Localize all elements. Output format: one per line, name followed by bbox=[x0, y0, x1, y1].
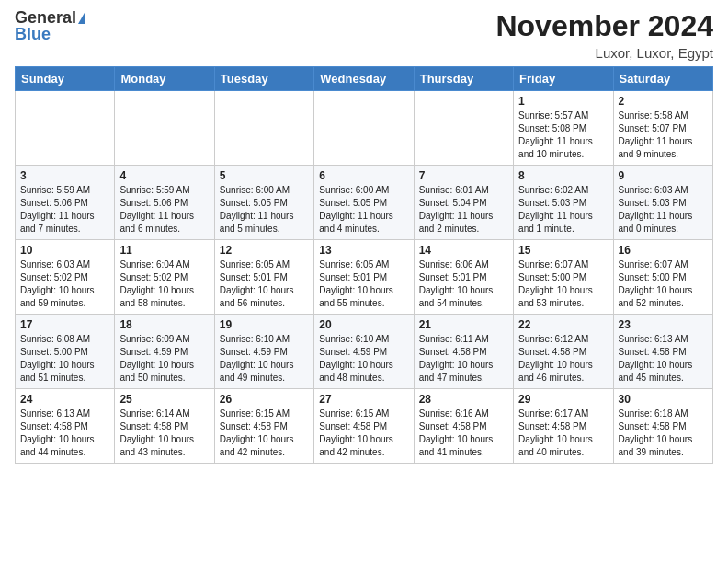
day-info: Sunrise: 6:03 AMSunset: 5:02 PMDaylight:… bbox=[20, 259, 109, 310]
day-info: Sunrise: 6:15 AMSunset: 4:58 PMDaylight:… bbox=[220, 408, 309, 459]
day-number: 8 bbox=[518, 169, 608, 182]
day-info: Sunrise: 6:07 AMSunset: 5:00 PMDaylight:… bbox=[619, 259, 708, 310]
day-info: Sunrise: 6:15 AMSunset: 4:58 PMDaylight:… bbox=[319, 408, 408, 459]
day-info: Sunrise: 6:08 AMSunset: 5:00 PMDaylight:… bbox=[20, 333, 109, 385]
calendar-cell bbox=[214, 91, 313, 166]
title-block: November 2024 Luxor, Luxor, Egypt bbox=[495, 9, 713, 61]
calendar-cell: 7Sunrise: 6:01 AMSunset: 5:04 PMDaylight… bbox=[414, 166, 513, 240]
day-info: Sunrise: 6:03 AMSunset: 5:03 PMDaylight:… bbox=[619, 184, 708, 236]
calendar-cell: 25Sunrise: 6:14 AMSunset: 4:58 PMDayligh… bbox=[115, 389, 214, 464]
calendar-cell bbox=[16, 91, 115, 166]
day-number: 18 bbox=[119, 318, 209, 331]
day-number: 9 bbox=[619, 169, 708, 182]
weekday-header-saturday: Saturday bbox=[613, 67, 712, 91]
calendar-week-row: 17Sunrise: 6:08 AMSunset: 5:00 PMDayligh… bbox=[16, 315, 713, 389]
day-info: Sunrise: 5:57 AMSunset: 5:08 PMDaylight:… bbox=[518, 109, 608, 161]
calendar-cell: 17Sunrise: 6:08 AMSunset: 5:00 PMDayligh… bbox=[16, 315, 115, 389]
day-info: Sunrise: 6:10 AMSunset: 4:59 PMDaylight:… bbox=[220, 333, 309, 385]
day-number: 12 bbox=[220, 244, 309, 257]
day-number: 27 bbox=[319, 393, 408, 406]
day-number: 6 bbox=[319, 169, 408, 182]
day-info: Sunrise: 6:05 AMSunset: 5:01 PMDaylight:… bbox=[220, 259, 309, 310]
calendar-cell: 10Sunrise: 6:03 AMSunset: 5:02 PMDayligh… bbox=[16, 240, 115, 315]
day-info: Sunrise: 6:01 AMSunset: 5:04 PMDaylight:… bbox=[419, 184, 508, 236]
day-number: 13 bbox=[319, 244, 408, 257]
day-info: Sunrise: 6:07 AMSunset: 5:00 PMDaylight:… bbox=[518, 259, 608, 310]
calendar-location: Luxor, Luxor, Egypt bbox=[495, 45, 713, 61]
calendar-cell: 16Sunrise: 6:07 AMSunset: 5:00 PMDayligh… bbox=[613, 240, 712, 315]
calendar-week-row: 3Sunrise: 5:59 AMSunset: 5:06 PMDaylight… bbox=[16, 166, 713, 240]
day-number: 19 bbox=[220, 318, 309, 331]
day-number: 4 bbox=[119, 169, 209, 182]
calendar-cell: 22Sunrise: 6:12 AMSunset: 4:58 PMDayligh… bbox=[514, 315, 613, 389]
calendar-cell: 27Sunrise: 6:15 AMSunset: 4:58 PMDayligh… bbox=[314, 389, 414, 464]
day-info: Sunrise: 5:59 AMSunset: 5:06 PMDaylight:… bbox=[20, 184, 109, 236]
calendar-cell: 3Sunrise: 5:59 AMSunset: 5:06 PMDaylight… bbox=[16, 166, 115, 240]
calendar-cell: 13Sunrise: 6:05 AMSunset: 5:01 PMDayligh… bbox=[314, 240, 414, 315]
calendar-cell: 21Sunrise: 6:11 AMSunset: 4:58 PMDayligh… bbox=[414, 315, 513, 389]
day-info: Sunrise: 6:17 AMSunset: 4:58 PMDaylight:… bbox=[518, 408, 608, 459]
page: General Blue November 2024 Luxor, Luxor,… bbox=[0, 0, 728, 473]
day-info: Sunrise: 6:00 AMSunset: 5:05 PMDaylight:… bbox=[319, 184, 408, 236]
logo-general-line: General bbox=[15, 9, 85, 26]
calendar-cell bbox=[115, 91, 214, 166]
day-info: Sunrise: 6:16 AMSunset: 4:58 PMDaylight:… bbox=[419, 408, 508, 459]
day-number: 7 bbox=[419, 169, 508, 182]
day-number: 14 bbox=[419, 244, 508, 257]
calendar-cell: 23Sunrise: 6:13 AMSunset: 4:58 PMDayligh… bbox=[613, 315, 712, 389]
day-info: Sunrise: 6:10 AMSunset: 4:59 PMDaylight:… bbox=[319, 333, 408, 385]
logo-triangle-icon bbox=[78, 11, 85, 24]
day-number: 1 bbox=[518, 95, 608, 108]
day-number: 23 bbox=[619, 318, 708, 331]
weekday-header-monday: Monday bbox=[115, 67, 214, 91]
calendar-week-row: 1Sunrise: 5:57 AMSunset: 5:08 PMDaylight… bbox=[16, 91, 713, 166]
calendar-cell bbox=[414, 91, 513, 166]
day-number: 21 bbox=[419, 318, 508, 331]
day-info: Sunrise: 6:14 AMSunset: 4:58 PMDaylight:… bbox=[119, 408, 209, 459]
calendar-week-row: 10Sunrise: 6:03 AMSunset: 5:02 PMDayligh… bbox=[16, 240, 713, 315]
calendar-table: SundayMondayTuesdayWednesdayThursdayFrid… bbox=[15, 66, 713, 464]
weekday-header-tuesday: Tuesday bbox=[214, 67, 313, 91]
logo-blue-line: Blue bbox=[15, 26, 51, 42]
calendar-cell: 26Sunrise: 6:15 AMSunset: 4:58 PMDayligh… bbox=[214, 389, 313, 464]
day-info: Sunrise: 6:13 AMSunset: 4:58 PMDaylight:… bbox=[619, 333, 708, 385]
calendar-cell: 18Sunrise: 6:09 AMSunset: 4:59 PMDayligh… bbox=[115, 315, 214, 389]
calendar-cell: 5Sunrise: 6:00 AMSunset: 5:05 PMDaylight… bbox=[214, 166, 313, 240]
day-number: 28 bbox=[419, 393, 508, 406]
day-number: 15 bbox=[518, 244, 608, 257]
day-info: Sunrise: 6:06 AMSunset: 5:01 PMDaylight:… bbox=[419, 259, 508, 310]
day-number: 25 bbox=[119, 393, 209, 406]
calendar-cell: 8Sunrise: 6:02 AMSunset: 5:03 PMDaylight… bbox=[514, 166, 613, 240]
day-number: 29 bbox=[518, 393, 608, 406]
calendar-cell: 15Sunrise: 6:07 AMSunset: 5:00 PMDayligh… bbox=[514, 240, 613, 315]
calendar-cell: 12Sunrise: 6:05 AMSunset: 5:01 PMDayligh… bbox=[214, 240, 313, 315]
day-number: 17 bbox=[20, 318, 109, 331]
day-info: Sunrise: 6:02 AMSunset: 5:03 PMDaylight:… bbox=[518, 184, 608, 236]
calendar-cell: 20Sunrise: 6:10 AMSunset: 4:59 PMDayligh… bbox=[314, 315, 414, 389]
day-info: Sunrise: 6:13 AMSunset: 4:58 PMDaylight:… bbox=[20, 408, 109, 459]
weekday-header-wednesday: Wednesday bbox=[314, 67, 414, 91]
day-info: Sunrise: 6:05 AMSunset: 5:01 PMDaylight:… bbox=[319, 259, 408, 310]
calendar-cell: 14Sunrise: 6:06 AMSunset: 5:01 PMDayligh… bbox=[414, 240, 513, 315]
day-info: Sunrise: 5:59 AMSunset: 5:06 PMDaylight:… bbox=[119, 184, 209, 236]
header: General Blue November 2024 Luxor, Luxor,… bbox=[15, 9, 713, 61]
calendar-cell: 2Sunrise: 5:58 AMSunset: 5:07 PMDaylight… bbox=[613, 91, 712, 166]
day-info: Sunrise: 6:11 AMSunset: 4:58 PMDaylight:… bbox=[419, 333, 508, 385]
logo-general-text: General bbox=[15, 9, 76, 26]
day-number: 10 bbox=[20, 244, 109, 257]
day-info: Sunrise: 6:04 AMSunset: 5:02 PMDaylight:… bbox=[119, 259, 209, 310]
day-number: 16 bbox=[619, 244, 708, 257]
day-number: 20 bbox=[319, 318, 408, 331]
calendar-cell: 9Sunrise: 6:03 AMSunset: 5:03 PMDaylight… bbox=[613, 166, 712, 240]
calendar-cell: 30Sunrise: 6:18 AMSunset: 4:58 PMDayligh… bbox=[613, 389, 712, 464]
logo: General Blue bbox=[15, 9, 85, 42]
day-info: Sunrise: 5:58 AMSunset: 5:07 PMDaylight:… bbox=[619, 109, 708, 161]
calendar-cell: 1Sunrise: 5:57 AMSunset: 5:08 PMDaylight… bbox=[514, 91, 613, 166]
logo-blue-text: Blue bbox=[15, 26, 51, 42]
day-number: 24 bbox=[20, 393, 109, 406]
day-info: Sunrise: 6:00 AMSunset: 5:05 PMDaylight:… bbox=[220, 184, 309, 236]
calendar-header-row: SundayMondayTuesdayWednesdayThursdayFrid… bbox=[16, 67, 713, 91]
day-number: 26 bbox=[220, 393, 309, 406]
calendar-cell: 6Sunrise: 6:00 AMSunset: 5:05 PMDaylight… bbox=[314, 166, 414, 240]
calendar-cell: 24Sunrise: 6:13 AMSunset: 4:58 PMDayligh… bbox=[16, 389, 115, 464]
